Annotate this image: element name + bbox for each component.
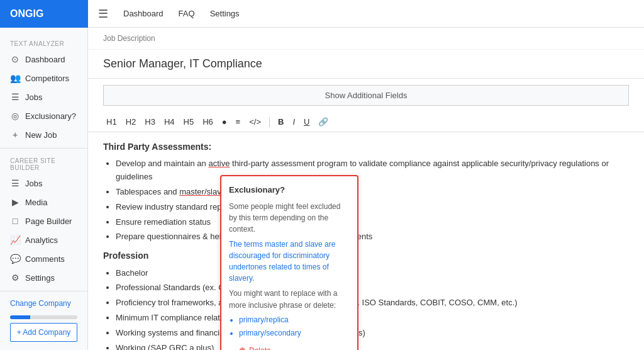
master-slave-underline: master/slave <box>179 187 226 196</box>
text-analyzer-label: TEXT ANALYZER <box>0 35 87 50</box>
toolbar-bold[interactable]: B <box>275 116 287 128</box>
job-title-bar: Senior Manager, IT Compliance <box>88 50 644 79</box>
nav-settings[interactable]: Settings <box>210 9 240 18</box>
sidebar-item-exclusionary[interactable]: ◎ Exclusionary? <box>0 106 87 125</box>
breadcrumb: Job Description <box>88 28 644 50</box>
toolbar-h2[interactable]: H2 <box>123 116 140 128</box>
suggestion-1[interactable]: primary/replica <box>239 314 350 326</box>
toolbar-h3[interactable]: H3 <box>142 116 158 128</box>
toolbar-italic[interactable]: I <box>289 116 298 128</box>
add-company-button[interactable]: + Add Company <box>10 323 77 342</box>
sidebar-item-competitors[interactable]: 👥 Competitors <box>0 69 87 88</box>
company-progress-bar <box>10 315 77 319</box>
suggestions-list: primary/replica primary/secondary <box>239 314 350 339</box>
suggestion-2[interactable]: primary/secondary <box>239 327 350 339</box>
toolbar-h5[interactable]: H5 <box>180 116 197 128</box>
settings-icon: ⚙ <box>10 273 20 283</box>
sidebar-item-page-builder[interactable]: □ Page Builder <box>0 212 87 230</box>
bullet-1-4: Ensure remediation status <box>116 216 629 229</box>
toolbar-ordered-list[interactable]: ≡ <box>233 116 244 128</box>
toolbar-separator <box>269 117 270 127</box>
popup-body: Some people might feel excluded by this … <box>229 201 350 235</box>
toolbar-underline[interactable]: U <box>301 116 313 128</box>
sidebar-item-new-job[interactable]: + New Job <box>0 125 87 144</box>
hamburger-menu[interactable]: ☰ <box>98 7 108 21</box>
toolbar-h1[interactable]: H1 <box>103 116 120 128</box>
dashboard-icon: ⊙ <box>10 54 20 64</box>
job-title: Senior Manager, IT Compliance <box>103 57 629 71</box>
popup-title: Exclusionary? <box>229 184 350 197</box>
bullet-1-5: Prepare questionnaires & help maintain c… <box>116 230 629 244</box>
bullet-1-3: Review industry standard reports from th… <box>116 201 629 214</box>
toolbar-h6[interactable]: H6 <box>199 116 216 128</box>
sidebar-item-jobs-career[interactable]: ☰ Jobs <box>0 174 87 193</box>
toolbar-h4[interactable]: H4 <box>161 116 178 128</box>
sidebar-change-company[interactable]: Change Company <box>0 295 87 312</box>
section1-title: Third Party Assessments: <box>103 140 629 154</box>
section2-title: Profession <box>103 249 629 262</box>
sidebar: TEXT ANALYZER ⊙ Dashboard 👥 Competitors … <box>0 28 88 350</box>
popup-highlight: The terms master and slave are discourag… <box>229 239 350 284</box>
sidebar-item-jobs-analyzer[interactable]: ☰ Jobs <box>0 88 87 106</box>
editor-content: Third Party Assessments: Develop and mai… <box>88 132 644 350</box>
bullets-list-2: Bachelor Professional Standards (ex. CIS… <box>116 267 629 350</box>
content-area: Job Description Senior Manager, IT Compl… <box>88 28 644 350</box>
sidebar-item-media[interactable]: ▶ Media <box>0 193 87 212</box>
sidebar-item-settings[interactable]: ⚙ Settings <box>0 268 87 287</box>
bullet-1-2: Tablespaces and master/slave replication <box>116 186 629 199</box>
bullet-2-3: Proficiency trol frameworks, and process… <box>116 296 629 310</box>
company-bar-fill <box>10 315 30 319</box>
bullet-2-5: Working systems and financial reporting … <box>116 327 629 340</box>
bullet-2-2: Professional Standards (ex. CISA, CISSP,… <box>116 281 629 295</box>
editor-toolbar: H1 H2 H3 H4 H5 H6 ● ≡ </> B I U 🔗 <box>88 112 644 132</box>
sidebar-divider-2 <box>0 291 87 291</box>
active-underline: active <box>208 159 230 168</box>
comments-icon: 💬 <box>10 254 20 264</box>
analytics-icon: 📈 <box>10 235 20 245</box>
ongig-logo: ONGIG <box>0 0 88 28</box>
toolbar-bullet-list[interactable]: ● <box>219 116 230 128</box>
popup-suggest: You might want to replace with a more in… <box>229 288 350 312</box>
exclusionary-icon: ◎ <box>10 111 20 121</box>
sidebar-item-comments[interactable]: 💬 Comments <box>0 249 87 268</box>
page-builder-icon: □ <box>10 216 20 226</box>
nav-dashboard[interactable]: Dashboard <box>123 9 164 18</box>
career-site-label: CAREER SITE BUILDER <box>0 152 87 174</box>
nav-faq[interactable]: FAQ <box>179 9 195 18</box>
exclusionary-popup: Exclusionary? Some people might feel exc… <box>220 175 358 350</box>
toolbar-link[interactable]: 🔗 <box>315 116 331 128</box>
sidebar-item-dashboard[interactable]: ⊙ Dashboard <box>0 50 87 69</box>
plus-icon: + <box>10 130 20 140</box>
bullet-2-6: Working (SAP GRC a plus) <box>116 342 629 350</box>
media-icon: ▶ <box>10 197 20 207</box>
bullets-list-1: Develop and maintain an active third-par… <box>116 157 629 244</box>
jobs-icon: ☰ <box>10 92 20 102</box>
toolbar-code[interactable]: </> <box>246 116 264 128</box>
competitors-icon: 👥 <box>10 73 20 83</box>
delete-button[interactable]: 🗑 Delete <box>239 345 350 350</box>
show-additional-fields-button[interactable]: Show Additional Fields <box>103 85 629 106</box>
trash-icon: 🗑 <box>239 345 247 350</box>
company-bar-track <box>10 315 77 319</box>
company-section: + Add Company <box>0 312 87 346</box>
bullet-2-1: Bachelor <box>116 267 629 280</box>
jobs-career-icon: ☰ <box>10 178 20 188</box>
sidebar-item-analytics[interactable]: 📈 Analytics <box>0 230 87 249</box>
bullet-2-4: Minimum IT compliance related work (SOX … <box>116 312 629 325</box>
bullet-1-1: Develop and maintain an active third-par… <box>116 157 629 184</box>
sidebar-divider <box>0 148 87 149</box>
